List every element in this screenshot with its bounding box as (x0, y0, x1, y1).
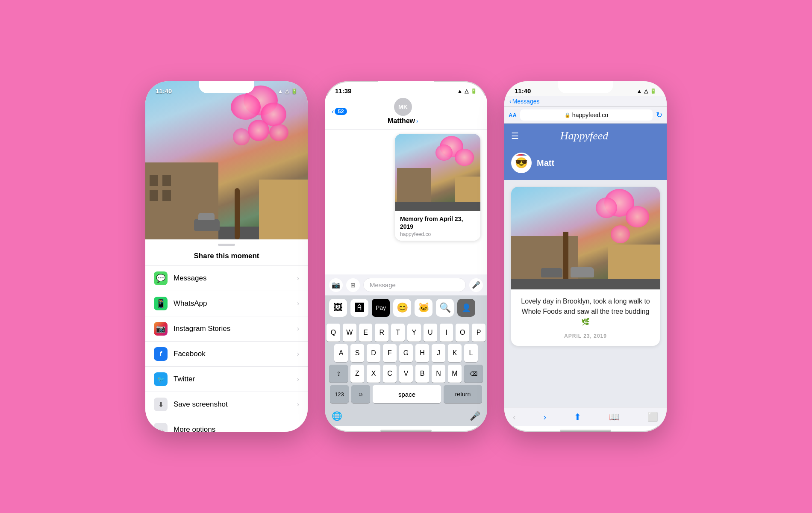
key-N[interactable]: N (432, 365, 445, 383)
key-U[interactable]: U (424, 324, 437, 342)
camera-button[interactable]: 📷 (329, 278, 343, 292)
nav-back[interactable]: ‹ (513, 412, 516, 422)
twitter-label: Twitter (174, 375, 297, 383)
key-F[interactable]: F (383, 344, 397, 362)
share-item-whatsapp[interactable]: 📱 WhatsApp › (145, 291, 308, 316)
screenshot-icon: ⬇ (154, 398, 168, 411)
card-blossom-4 (611, 225, 630, 243)
key-B[interactable]: B (415, 365, 429, 383)
messages-label: Messages (174, 274, 297, 283)
audio-button[interactable]: 🎤 (469, 278, 483, 292)
emoji-applepay[interactable]: Pay (372, 299, 390, 317)
apps-button[interactable]: ⊞ (346, 278, 360, 292)
key-D[interactable]: D (367, 344, 380, 362)
key-row-4: 123 ☺ space return (327, 385, 485, 403)
key-Z[interactable]: Z (350, 365, 364, 383)
key-return[interactable]: return (444, 385, 482, 403)
share-sheet-title: Share this moment (145, 246, 308, 265)
msg-building (397, 168, 431, 202)
home-indicator-2 (380, 430, 432, 432)
hf-logo: Happyfeed (524, 130, 644, 142)
share-item-twitter[interactable]: 🐦 Twitter › (145, 366, 308, 392)
back-to-messages-link[interactable]: ‹ Messages (509, 98, 662, 105)
phone-3: 11:40 ▲ △ 🔋 ‹ Messages AA 🔒 happyfeed.co… (504, 81, 667, 432)
key-W[interactable]: W (343, 324, 356, 342)
nav-forward[interactable]: › (544, 412, 547, 422)
key-E[interactable]: E (359, 324, 373, 342)
photo-background (145, 81, 308, 239)
browser-bar: AA 🔒 happyfeed.co ↻ (504, 107, 667, 124)
emoji-memoji2[interactable]: 🐱 (415, 299, 432, 317)
hf-card-date: APRIL 23, 2019 (518, 333, 653, 339)
phone1-status-bar: 11:40 ▲ △ 🔋 (145, 81, 308, 96)
emoji-bar: 🖼 🅰 Pay 😊 🐱 🔍 👤 (325, 295, 487, 320)
key-I[interactable]: I (440, 324, 453, 342)
key-space[interactable]: space (373, 385, 441, 403)
nav-bookmarks[interactable]: 📖 (609, 412, 620, 422)
share-item-more[interactable]: ··· More options › (145, 417, 308, 432)
key-C[interactable]: C (383, 365, 397, 383)
emoji-memoji1[interactable]: 😊 (393, 299, 411, 317)
key-V[interactable]: V (399, 365, 413, 383)
lock-icon: 🔒 (565, 112, 571, 118)
card-road (511, 279, 660, 289)
key-X[interactable]: X (367, 365, 380, 383)
refresh-icon[interactable]: ↻ (656, 110, 662, 120)
key-row-3: ⇧ Z X C V B N M ⌫ (327, 365, 485, 383)
caption-title: Memory from April 23, 2019 (400, 215, 475, 230)
whatsapp-chevron: › (297, 300, 299, 307)
key-Y[interactable]: Y (407, 324, 421, 342)
emoji-search[interactable]: 🔍 (436, 299, 454, 317)
message-card: Memory from April 23, 2019 happyfeed.co (395, 134, 480, 241)
key-J[interactable]: J (432, 344, 445, 362)
key-emoji[interactable]: ☺ (351, 385, 370, 403)
key-shift[interactable]: ⇧ (329, 365, 348, 383)
msg-building-2 (455, 177, 480, 202)
key-H[interactable]: H (415, 344, 429, 362)
emoji-photos[interactable]: 🖼 (329, 299, 347, 317)
msg-blossom-2 (455, 149, 474, 166)
key-L[interactable]: L (464, 344, 478, 362)
share-item-screenshot[interactable]: ⬇ Save screenshot › (145, 392, 308, 417)
twitter-icon: 🐦 (154, 372, 168, 386)
share-item-messages[interactable]: 💬 Messages › (145, 265, 308, 291)
share-item-instagram[interactable]: 📷 Instagram Stories › (145, 316, 308, 341)
wifi-icon-3: △ (644, 88, 648, 94)
card-building-2 (608, 245, 660, 279)
emoji-appstore[interactable]: 🅰 (350, 299, 368, 317)
key-delete[interactable]: ⌫ (464, 365, 483, 383)
hf-menu-button[interactable]: ☰ (511, 131, 519, 141)
instagram-icon: 📷 (154, 322, 168, 336)
emoji-avatar[interactable]: 👤 (457, 299, 475, 317)
nav-tabs[interactable]: ⬜ (647, 412, 658, 422)
nav-share[interactable]: ⬆ (574, 412, 581, 422)
key-G[interactable]: G (399, 344, 413, 362)
key-O[interactable]: O (456, 324, 469, 342)
blossom-5 (233, 128, 250, 145)
hf-card-photo (511, 187, 660, 289)
mic-icon[interactable]: 🎤 (470, 411, 480, 421)
key-123[interactable]: 123 (330, 385, 349, 403)
message-input[interactable]: Message (363, 278, 466, 292)
key-Q[interactable]: Q (327, 324, 340, 342)
hf-username: Matt (537, 158, 554, 168)
hf-avatar: 😎 (511, 153, 532, 173)
message-input-bar: 📷 ⊞ Message 🎤 (325, 274, 487, 295)
key-S[interactable]: S (350, 344, 364, 362)
phone1-photo: 11:40 ▲ △ 🔋 (145, 81, 308, 239)
key-P[interactable]: P (472, 324, 485, 342)
key-K[interactable]: K (448, 344, 462, 362)
url-bar[interactable]: 🔒 happyfeed.co (520, 109, 653, 121)
key-A[interactable]: A (334, 344, 348, 362)
more-icon: ··· (154, 423, 168, 432)
globe-icon[interactable]: 🌐 (332, 411, 342, 421)
car (194, 219, 220, 231)
phone-2: 11:39 ▲ △ 🔋 ‹ 52 MK Matthew › (325, 81, 487, 432)
share-item-facebook[interactable]: f Facebook › (145, 341, 308, 366)
browser-aa[interactable]: AA (509, 112, 517, 118)
back-to-messages-bar: ‹ Messages (504, 96, 667, 107)
key-R[interactable]: R (375, 324, 388, 342)
key-T[interactable]: T (391, 324, 405, 342)
key-M[interactable]: M (448, 365, 462, 383)
back-button[interactable]: ‹ 52 (332, 108, 347, 115)
